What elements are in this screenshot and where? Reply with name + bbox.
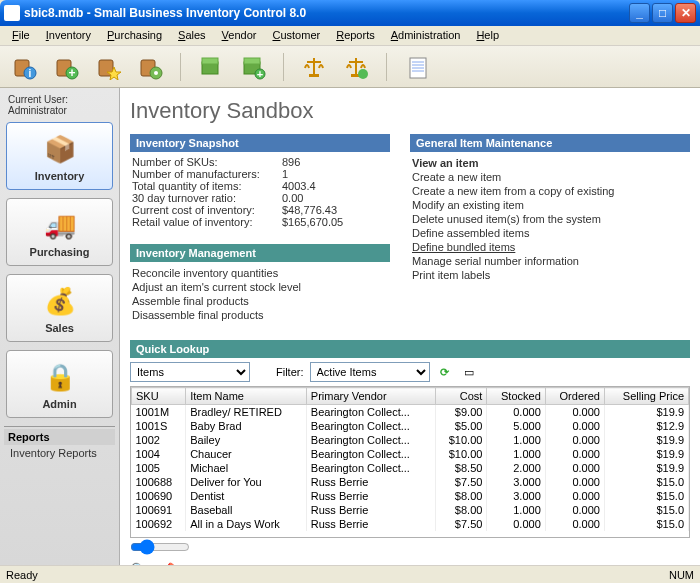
export-icon[interactable]: ➔ [188, 562, 200, 565]
nav-inventory[interactable]: 📦 Inventory [6, 122, 113, 190]
filter-select[interactable]: Active Items [310, 362, 430, 382]
grid-header[interactable]: SKU [132, 388, 186, 405]
app-icon [4, 5, 20, 21]
gim-link[interactable]: Delete unused item(s) from the system [412, 212, 688, 226]
inv-mgmt-link[interactable]: Reconcile inventory quantities [132, 266, 388, 280]
grid-header[interactable]: Item Name [186, 388, 307, 405]
table-row[interactable]: 1001SBaby BradBearington Collect...$5.00… [132, 419, 689, 433]
search-icon[interactable]: 🔍 [130, 562, 147, 565]
nav-label: Admin [42, 398, 76, 410]
toolbar-settings-button[interactable] [134, 51, 166, 83]
refresh-icon[interactable]: ⟳ [436, 363, 454, 381]
left-panels: Inventory Snapshot Number of SKUs:896Num… [130, 134, 390, 326]
gim-link[interactable]: View an item [412, 156, 688, 170]
toolbar-scale-b-button[interactable] [340, 51, 372, 83]
toolbar-separator [386, 53, 387, 81]
snapshot-row: 30 day turnover ratio:0.00 [132, 192, 388, 204]
statusbar: Ready NUM [0, 565, 700, 583]
grid-header[interactable]: Primary Vendor [306, 388, 435, 405]
gim-link[interactable]: Define assembled items [412, 226, 688, 240]
table-row[interactable]: 100692All in a Days WorkRuss Berrie$7.50… [132, 517, 689, 531]
svg-rect-12 [202, 58, 218, 64]
toolbar-favorite-button[interactable] [92, 51, 124, 83]
maximize-button[interactable]: □ [652, 3, 673, 23]
inv-mgmt-header: Inventory Management [130, 244, 390, 262]
inv-mgmt-link[interactable]: Adjust an item's current stock level [132, 280, 388, 294]
table-row[interactable]: 1001MBradley/ RETIREDBearington Collect.… [132, 405, 689, 420]
pin-icon[interactable]: 📌 [159, 562, 176, 565]
menu-administration[interactable]: Administration [383, 26, 469, 45]
snapshot-row: Current cost of inventory:$48,776.43 [132, 204, 388, 216]
menu-customer[interactable]: Customer [264, 26, 328, 45]
nav-purchasing[interactable]: 🚚 Purchasing [6, 198, 113, 266]
grid-header[interactable]: Cost [436, 388, 487, 405]
table-row[interactable]: 1004ChaucerBearington Collect...$10.001.… [132, 447, 689, 461]
titlebar: sbic8.mdb - Small Business Inventory Con… [0, 0, 700, 26]
gim-link[interactable]: Create a new item from a copy of existin… [412, 184, 688, 198]
reports-header: Reports [4, 429, 115, 445]
quick-lookup-controls: Items Filter: Active Items ⟳ ▭ [130, 358, 690, 386]
menu-purchasing[interactable]: Purchasing [99, 26, 170, 45]
purchasing-icon: 🚚 [40, 206, 80, 244]
zoom-slider-row [130, 538, 690, 558]
svg-text:+: + [257, 68, 263, 80]
gim-header: General Item Maintenance [410, 134, 690, 152]
svg-rect-14 [244, 58, 260, 64]
status-text: Ready [6, 569, 38, 581]
inventory-icon: 📦 [40, 130, 80, 168]
table-row[interactable]: 100690DentistRuss Berrie$8.003.0000.000$… [132, 489, 689, 503]
gim-link[interactable]: Define bundled items [412, 240, 688, 254]
toolbar-scale-a-button[interactable] [298, 51, 330, 83]
nav-sales[interactable]: 💰 Sales [6, 274, 113, 342]
toolbar: i + + [0, 46, 700, 88]
inv-mgmt-panel: Inventory Management Reconcile inventory… [130, 244, 390, 326]
close-button[interactable]: ✕ [675, 3, 696, 23]
snapshot-row: Number of SKUs:896 [132, 156, 388, 168]
nav-admin[interactable]: 🔒 Admin [6, 350, 113, 418]
lookup-grid[interactable]: SKUItem NamePrimary VendorCostStockedOrd… [130, 386, 690, 538]
menu-help[interactable]: Help [468, 26, 507, 45]
toolbar-info-button[interactable]: i [8, 51, 40, 83]
sales-icon: 💰 [40, 282, 80, 320]
toolbar-box-info-button[interactable] [195, 51, 227, 83]
inv-mgmt-link[interactable]: Assemble final products [132, 294, 388, 308]
menu-vendor[interactable]: Vendor [214, 26, 265, 45]
toolbar-add-button[interactable]: + [50, 51, 82, 83]
menu-reports[interactable]: Reports [328, 26, 383, 45]
gim-panel: General Item Maintenance View an itemCre… [410, 134, 690, 286]
panels-row: Inventory Snapshot Number of SKUs:896Num… [130, 134, 690, 326]
lookup-type-select[interactable]: Items [130, 362, 250, 382]
svg-text:+: + [68, 66, 75, 80]
gim-link[interactable]: Modify an existing item [412, 198, 688, 212]
inv-mgmt-body: Reconcile inventory quantitiesAdjust an … [130, 262, 390, 326]
gim-link[interactable]: Manage serial number information [412, 254, 688, 268]
gim-body: View an itemCreate a new itemCreate a ne… [410, 152, 690, 286]
grid-header[interactable]: Selling Price [604, 388, 688, 405]
toolbar-box-add-button[interactable]: + [237, 51, 269, 83]
card-icon[interactable]: ▭ [460, 363, 478, 381]
table-row[interactable]: 1005MichaelBearington Collect...$8.502.0… [132, 461, 689, 475]
minimize-button[interactable]: _ [629, 3, 650, 23]
gim-link[interactable]: Create a new item [412, 170, 688, 184]
admin-icon: 🔒 [40, 358, 80, 396]
menu-sales[interactable]: Sales [170, 26, 214, 45]
toolbar-report-button[interactable] [401, 51, 433, 83]
content-area: Inventory Sandbox Inventory Snapshot Num… [120, 88, 700, 565]
nav-label: Sales [45, 322, 74, 334]
toolbar-separator [180, 53, 181, 81]
table-row[interactable]: 100688Deliver for YouRuss Berrie$7.503.0… [132, 475, 689, 489]
reports-inventory-link[interactable]: Inventory Reports [4, 445, 115, 461]
svg-point-19 [358, 69, 368, 79]
snapshot-panel: Inventory Snapshot Number of SKUs:896Num… [130, 134, 390, 232]
grid-header[interactable]: Stocked [487, 388, 545, 405]
grid-header[interactable]: Ordered [545, 388, 604, 405]
print-icon[interactable]: 🖨 [212, 562, 226, 565]
menu-file[interactable]: File [4, 26, 38, 45]
menu-inventory[interactable]: Inventory [38, 26, 99, 45]
main-area: Current User: Administrator 📦 Inventory … [0, 88, 700, 565]
zoom-slider[interactable] [130, 540, 190, 554]
gim-link[interactable]: Print item labels [412, 268, 688, 282]
inv-mgmt-link[interactable]: Disassemble final products [132, 308, 388, 322]
table-row[interactable]: 1002BaileyBearington Collect...$10.001.0… [132, 433, 689, 447]
table-row[interactable]: 100691BaseballRuss Berrie$8.001.0000.000… [132, 503, 689, 517]
